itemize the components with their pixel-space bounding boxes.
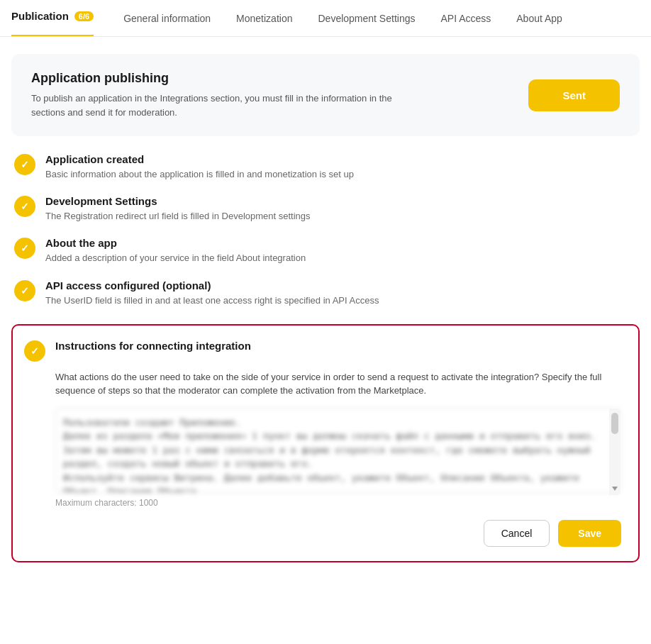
check-icon-dev-settings: [14, 196, 35, 217]
check-content-about-app: About the app Added a description of you…: [45, 237, 306, 265]
check-desc-api-access: The UserID field is filled in and at lea…: [45, 294, 379, 307]
check-item-app-created: Application created Basic information ab…: [14, 153, 637, 181]
publish-card-text: Application publishing To publish an app…: [31, 71, 400, 119]
scrollbar[interactable]: [609, 409, 621, 495]
publication-badge: 6/6: [74, 11, 94, 21]
check-desc-app-created: Basic information about the application …: [45, 168, 354, 181]
check-content-app-created: Application created Basic information ab…: [45, 153, 354, 181]
publish-title: Application publishing: [31, 71, 400, 86]
scrollbar-thumb: [611, 413, 618, 434]
checklist: Application created Basic information ab…: [11, 150, 640, 310]
save-button[interactable]: Save: [558, 520, 621, 547]
instructions-title: Instructions for connecting integration: [55, 340, 251, 352]
nav-item-api-access[interactable]: API Access: [428, 0, 503, 36]
check-icon-app-created: [14, 154, 35, 175]
check-title-about-app: About the app: [45, 237, 306, 249]
nav-item-about-app[interactable]: About App: [503, 0, 575, 36]
check-item-api-access: API access configured (optional) The Use…: [14, 279, 637, 307]
nav-item-development-settings[interactable]: Development Settings: [305, 0, 428, 36]
nav-publication[interactable]: Publication 6/6: [11, 0, 94, 36]
publish-description: To publish an application in the Integra…: [31, 91, 400, 119]
publish-card: Application publishing To publish an app…: [11, 54, 640, 136]
check-icon-about-app: [14, 238, 35, 259]
check-icon-instructions: [24, 340, 45, 362]
check-item-about-app: About the app Added a description of you…: [14, 237, 637, 265]
instructions-description: What actions do the user need to take on…: [24, 370, 621, 398]
check-title-dev-settings: Development Settings: [45, 195, 311, 207]
check-desc-dev-settings: The Registration redirect url field is f…: [45, 210, 311, 223]
max-chars-wrapper: Maximum characters: 1000: [55, 496, 621, 509]
nav-item-general-information[interactable]: General information: [111, 0, 223, 36]
sent-button[interactable]: Sent: [528, 79, 620, 111]
navigation-bar: Publication 6/6 General information Mone…: [0, 0, 651, 37]
main-content: Application publishing To publish an app…: [0, 37, 651, 579]
check-content-instructions: Instructions for connecting integration: [55, 340, 251, 355]
instructions-section: Instructions for connecting integration …: [11, 324, 640, 562]
check-title-api-access: API access configured (optional): [45, 279, 379, 292]
instructions-textarea[interactable]: Пользователи создают Приложение. Далее и…: [55, 408, 621, 493]
check-desc-about-app: Added a description of your service in t…: [45, 252, 306, 265]
scrollbar-arrow-down-icon: [612, 487, 618, 491]
publication-label: Publication: [11, 10, 69, 22]
check-content-dev-settings: Development Settings The Registration re…: [45, 195, 311, 223]
action-buttons: Cancel Save: [24, 520, 621, 547]
nav-item-monetization[interactable]: Monetization: [223, 0, 305, 36]
check-item-instructions: Instructions for connecting integration: [24, 340, 621, 362]
check-title-app-created: Application created: [45, 153, 354, 165]
max-chars-label: Maximum characters: 1000: [55, 498, 158, 508]
check-content-api-access: API access configured (optional) The Use…: [45, 279, 379, 307]
cancel-button[interactable]: Cancel: [484, 520, 550, 547]
check-icon-api-access: [14, 280, 35, 301]
textarea-wrapper: Пользователи создают Приложение. Далее и…: [55, 408, 621, 496]
check-item-dev-settings: Development Settings The Registration re…: [14, 195, 637, 223]
